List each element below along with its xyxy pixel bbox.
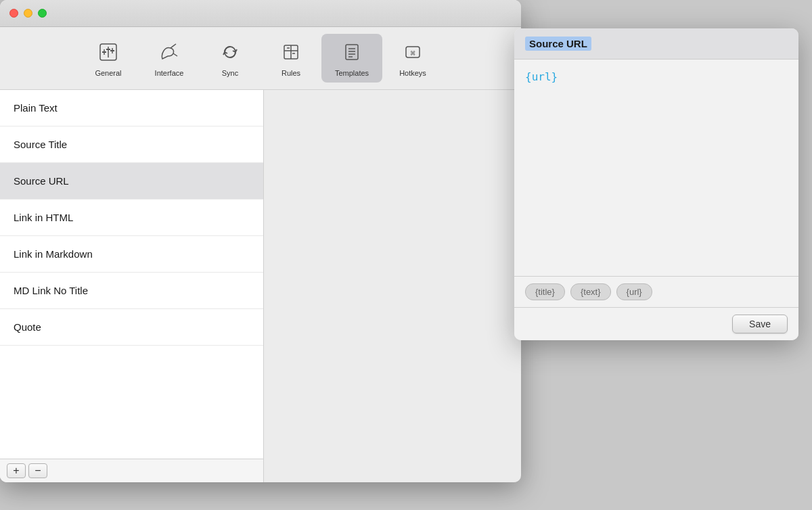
- list-item-source-url[interactable]: Source URL: [0, 163, 263, 200]
- list-item-link-html[interactable]: Link in HTML: [0, 200, 263, 236]
- tab-sync[interactable]: Sync: [200, 34, 261, 83]
- save-button[interactable]: Save: [732, 315, 788, 333]
- hotkeys-icon: ⌘: [400, 39, 426, 65]
- list-item-link-markdown[interactable]: Link in Markdown: [0, 236, 263, 273]
- templates-icon: [339, 39, 365, 65]
- list-item-quote[interactable]: Quote: [0, 309, 263, 346]
- tokens-bar: {title} {text} {url}: [514, 276, 798, 307]
- titlebar: [0, 0, 521, 27]
- maximize-button[interactable]: [38, 9, 47, 18]
- interface-label: Interface: [155, 69, 184, 77]
- tab-rules[interactable]: Rules: [261, 34, 321, 83]
- token-title-button[interactable]: {title}: [525, 283, 565, 300]
- hotkeys-label: Hotkeys: [399, 69, 426, 77]
- tab-templates[interactable]: Templates: [321, 34, 382, 83]
- minimize-button[interactable]: [24, 9, 32, 18]
- token-text-button[interactable]: {text}: [570, 283, 611, 300]
- content-area: Plain Text Source Title Source URL Link …: [0, 90, 521, 482]
- list-item-plain-text[interactable]: Plain Text: [0, 90, 263, 126]
- tab-hotkeys[interactable]: ⌘ Hotkeys: [382, 34, 443, 83]
- svg-text:⌘: ⌘: [410, 49, 415, 58]
- general-icon: [95, 39, 121, 65]
- tab-interface[interactable]: Interface: [139, 34, 200, 83]
- templates-list: Plain Text Source Title Source URL Link …: [0, 90, 264, 482]
- list-item-source-title[interactable]: Source Title: [0, 126, 263, 163]
- traffic-lights: [9, 9, 47, 18]
- add-template-button[interactable]: +: [7, 463, 26, 478]
- close-button[interactable]: [9, 9, 18, 18]
- detail-panel: Source URL {url} {title} {text} {url} Sa…: [514, 28, 798, 340]
- detail-footer: Save: [514, 307, 798, 340]
- tab-general[interactable]: General: [78, 34, 139, 83]
- rules-label: Rules: [281, 69, 300, 77]
- detail-content[interactable]: {url}: [514, 60, 798, 276]
- sync-label: Sync: [222, 69, 238, 77]
- templates-label: Templates: [335, 69, 369, 77]
- list-footer: + −: [0, 459, 263, 482]
- token-url-button[interactable]: {url}: [616, 283, 652, 300]
- interface-icon: [156, 39, 182, 65]
- general-label: General: [95, 69, 121, 77]
- list-item-md-link-no-title[interactable]: MD Link No Title: [0, 273, 263, 309]
- detail-header: Source URL: [514, 28, 798, 60]
- remove-template-button[interactable]: −: [28, 463, 47, 478]
- toolbar: General Interface: [0, 27, 521, 90]
- template-value: {url}: [525, 70, 558, 83]
- detail-title: Source URL: [525, 37, 591, 51]
- rules-icon: [278, 39, 304, 65]
- sync-icon: [217, 39, 243, 65]
